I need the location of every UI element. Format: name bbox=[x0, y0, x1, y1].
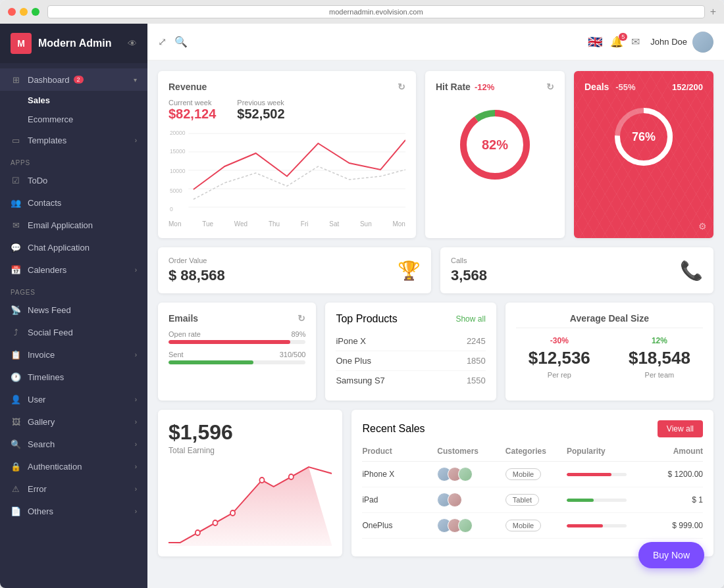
url-bar[interactable]: modernadmin.evolvision.com bbox=[47, 5, 705, 18]
revenue-card: Revenue ↻ Current week $82,124 Previous … bbox=[158, 71, 416, 238]
sidebar-item-search[interactable]: 🔍 Search › bbox=[0, 433, 147, 455]
show-all-link[interactable]: Show all bbox=[455, 314, 485, 324]
pages-section-label: PAGES bbox=[0, 281, 147, 299]
product-name: One Plus bbox=[336, 356, 371, 366]
sidebar-item-others[interactable]: 📄 Others › bbox=[0, 500, 147, 522]
chevron-down-icon: ▾ bbox=[134, 76, 137, 84]
chevron-right-icon: › bbox=[135, 508, 137, 515]
product-name: Samsung S7 bbox=[336, 376, 384, 385]
header: ⤢ 🔍 🇬🇧 🔔5 ✉ John Doe bbox=[147, 24, 724, 61]
category-cell: Mobile bbox=[505, 513, 567, 539]
flag-icon[interactable]: 🇬🇧 bbox=[588, 35, 602, 49]
product-name: iPone X bbox=[336, 336, 366, 346]
logo-icon: M bbox=[11, 33, 32, 54]
avg-deal-inner: -30% $12,536 Per rep 12% $18,548 Per tea… bbox=[516, 328, 703, 379]
avg-right-pct: 12% bbox=[629, 336, 690, 345]
settings-icon[interactable]: ⚙ bbox=[698, 221, 707, 232]
sidebar-item-gallery[interactable]: 🖼 Gallery › bbox=[0, 410, 147, 433]
sidebar-item-label: Email Application bbox=[28, 220, 93, 230]
mail-icon[interactable]: ✉ bbox=[631, 36, 640, 48]
emails-title: Emails ↻ bbox=[168, 313, 305, 324]
table-row: iPad Tablet bbox=[362, 487, 703, 513]
search-icon[interactable]: 🔍 bbox=[174, 36, 188, 48]
category-cell: Mobile bbox=[505, 462, 567, 487]
customers-cell bbox=[437, 513, 505, 539]
sidebar-item-chat[interactable]: 💬 Chat Application bbox=[0, 236, 147, 258]
sidebar-item-label: Error bbox=[28, 484, 47, 494]
calendar-icon: 📅 bbox=[11, 264, 21, 275]
maximize-button[interactable] bbox=[32, 8, 39, 16]
category-badge: Mobile bbox=[505, 468, 541, 480]
col-header-product: Product bbox=[362, 447, 437, 462]
product-cell: iPad bbox=[362, 487, 437, 513]
sidebar-item-user[interactable]: 👤 User › bbox=[0, 388, 147, 410]
add-tab[interactable]: + bbox=[710, 6, 716, 18]
sidebar-item-todo[interactable]: ☑ ToDo bbox=[0, 169, 147, 191]
sidebar-item-timelines[interactable]: 🕐 Timelines bbox=[0, 366, 147, 388]
sidebar-item-label: Chat Application bbox=[28, 243, 90, 253]
current-week-value: $82,124 bbox=[168, 107, 216, 122]
refresh-icon[interactable]: ↻ bbox=[398, 82, 405, 92]
close-button[interactable] bbox=[8, 8, 16, 16]
svg-point-20 bbox=[289, 474, 294, 479]
previous-week-label: Previous week bbox=[237, 99, 284, 107]
row-4: $1,596 Total Earning bbox=[158, 410, 713, 556]
url-text: modernadmin.evolvision.com bbox=[329, 8, 423, 16]
chevron-right-icon: › bbox=[135, 266, 137, 274]
chevron-right-icon: › bbox=[135, 418, 137, 426]
refresh-icon[interactable]: ↻ bbox=[546, 82, 554, 92]
buy-now-button[interactable]: Buy Now bbox=[638, 542, 704, 568]
amount-cell: $ 1 bbox=[642, 487, 703, 513]
row-3: Emails ↻ Open rate 89% Sent 310/500 bbox=[158, 303, 713, 401]
svg-text:20000: 20000 bbox=[170, 130, 186, 136]
avg-right-label: Per team bbox=[629, 371, 690, 379]
popularity-fill bbox=[567, 499, 594, 502]
expand-icon[interactable]: ⤢ bbox=[158, 36, 167, 48]
chevron-right-icon: › bbox=[135, 396, 137, 403]
sidebar-item-email[interactable]: ✉ Email Application bbox=[0, 214, 147, 236]
bell-button[interactable]: 🔔5 bbox=[610, 36, 623, 48]
earning-value: $1,596 bbox=[168, 420, 332, 445]
avg-left-label: Per rep bbox=[529, 371, 590, 379]
sidebar-item-label: Templates bbox=[28, 135, 66, 145]
sidebar-item-label: Dashboard bbox=[28, 75, 70, 85]
mail-icon: ✉ bbox=[11, 220, 21, 230]
popularity-fill bbox=[567, 524, 603, 527]
sidebar-sub-item-ecommerce[interactable]: Ecommerce bbox=[0, 110, 147, 129]
minimize-button[interactable] bbox=[20, 8, 28, 16]
col-header-popularity: Popularity bbox=[567, 447, 642, 462]
top-products-title: Top Products bbox=[336, 313, 397, 325]
current-week-label: Current week bbox=[168, 99, 216, 107]
sidebar-item-contacts[interactable]: 👥 Contacts bbox=[0, 191, 147, 214]
sidebar-item-auth[interactable]: 🔒 Authentication › bbox=[0, 455, 147, 478]
chevron-right-icon: › bbox=[135, 137, 137, 144]
product-cell: iPhone X bbox=[362, 462, 437, 487]
sidebar-item-dashboard[interactable]: ⊞ Dashboard 2 ▾ bbox=[0, 68, 147, 91]
sidebar-sub-item-sales[interactable]: Sales bbox=[0, 91, 147, 110]
sidebar-item-socialfeed[interactable]: ⤴ Social Feed bbox=[0, 321, 147, 343]
view-all-button[interactable]: View all bbox=[658, 420, 703, 437]
sidebar-item-label: Others bbox=[28, 506, 53, 516]
avg-left-pct: -30% bbox=[529, 336, 590, 345]
apps-section-label: APPS bbox=[0, 151, 147, 169]
sidebar-item-invoice[interactable]: 📋 Invoice › bbox=[0, 343, 147, 366]
sidebar-item-templates[interactable]: ▭ Templates › bbox=[0, 129, 147, 151]
previous-week-value: $52,502 bbox=[237, 107, 284, 122]
calls-card: Calls 3,568 📞 bbox=[440, 247, 713, 293]
sidebar-item-error[interactable]: ⚠ Error › bbox=[0, 478, 147, 500]
amount-cell: $ 1200.00 bbox=[642, 462, 703, 487]
svg-text:10000: 10000 bbox=[170, 168, 186, 174]
user-menu[interactable]: John Doe bbox=[650, 32, 713, 53]
list-item: One Plus 1850 bbox=[336, 351, 485, 371]
svg-text:5000: 5000 bbox=[170, 187, 182, 194]
refresh-icon[interactable]: ↻ bbox=[297, 313, 305, 324]
open-rate-label-row: Open rate 89% bbox=[168, 330, 305, 338]
sidebar-item-calendars[interactable]: 📅 Calenders › bbox=[0, 258, 147, 281]
svg-point-16 bbox=[195, 530, 200, 535]
amount-cell: $ 999.00 bbox=[642, 513, 703, 539]
sidebar-item-label: Gallery bbox=[28, 417, 55, 427]
trophy-icon: 🏆 bbox=[398, 260, 421, 282]
hitrate-donut: 82% bbox=[455, 105, 534, 184]
sidebar-item-newsfeed[interactable]: 📡 News Feed bbox=[0, 299, 147, 321]
avg-deal-right: 12% $18,548 Per team bbox=[629, 336, 690, 379]
